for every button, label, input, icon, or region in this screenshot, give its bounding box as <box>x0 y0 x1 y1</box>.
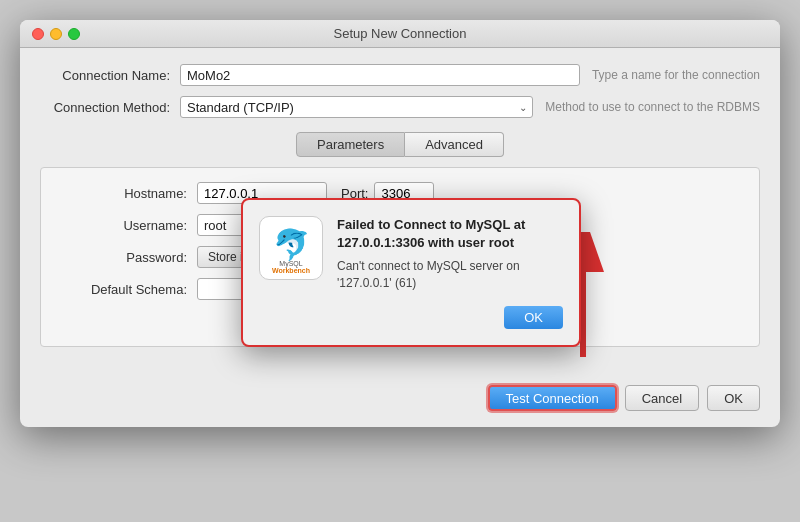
connection-method-select[interactable]: Standard (TCP/IP) <box>180 96 533 118</box>
dialog-body: Can't connect to MySQL server on '127.0.… <box>337 258 563 292</box>
titlebar: Setup New Connection <box>20 20 780 48</box>
params-panel: Hostname: Port: Username: Password: Stor… <box>40 167 760 347</box>
connection-name-hint: Type a name for the connection <box>592 68 760 82</box>
connection-method-hint: Method to use to connect to the RDBMS <box>545 100 760 114</box>
dolphin-icon: 🐬 <box>273 230 310 260</box>
username-label: Username: <box>57 218 197 233</box>
dialog-ok-button[interactable]: OK <box>504 306 563 329</box>
dialog-footer: OK <box>259 306 563 329</box>
connection-name-input[interactable] <box>180 64 580 86</box>
maximize-button[interactable] <box>68 28 80 40</box>
cancel-button[interactable]: Cancel <box>625 385 699 411</box>
dialog-text: Failed to Connect to MySQL at 127.0.0.1:… <box>337 216 563 292</box>
password-label: Password: <box>57 250 197 265</box>
close-button[interactable] <box>32 28 44 40</box>
main-window: Setup New Connection Connection Name: Ty… <box>20 20 780 427</box>
bottom-bar: Test Connection Cancel OK <box>20 375 780 427</box>
connection-name-label: Connection Name: <box>40 68 180 83</box>
ok-button[interactable]: OK <box>707 385 760 411</box>
traffic-lights <box>32 28 80 40</box>
tab-parameters[interactable]: Parameters <box>296 132 405 157</box>
connection-method-label: Connection Method: <box>40 100 180 115</box>
window-title: Setup New Connection <box>20 26 780 41</box>
connection-name-row: Connection Name: Type a name for the con… <box>40 64 760 86</box>
dialog-title: Failed to Connect to MySQL at 127.0.0.1:… <box>337 216 563 252</box>
workbench-label: MySQLWorkbench <box>272 260 310 275</box>
minimize-button[interactable] <box>50 28 62 40</box>
hostname-label: Hostname: <box>57 186 197 201</box>
workbench-icon: 🐬 MySQLWorkbench <box>259 216 323 280</box>
tab-advanced[interactable]: Advanced <box>405 132 504 157</box>
window-body: Connection Name: Type a name for the con… <box>20 48 780 375</box>
default-schema-label: Default Schema: <box>57 282 197 297</box>
error-dialog: 🐬 MySQLWorkbench Failed to Connect to My… <box>241 198 581 347</box>
tabs-row: Parameters Advanced <box>40 132 760 157</box>
connection-method-select-wrap: Standard (TCP/IP) ⌄ <box>180 96 533 118</box>
test-connection-button[interactable]: Test Connection <box>488 385 617 411</box>
connection-method-row: Connection Method: Standard (TCP/IP) ⌄ M… <box>40 96 760 118</box>
dialog-content: 🐬 MySQLWorkbench Failed to Connect to My… <box>259 216 563 292</box>
